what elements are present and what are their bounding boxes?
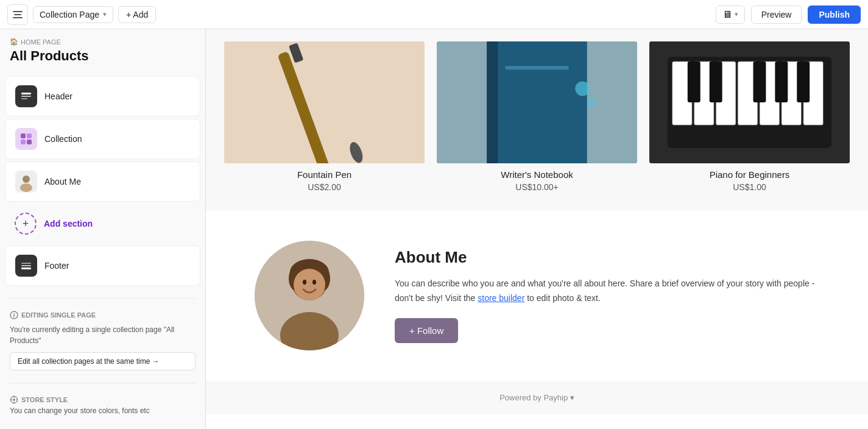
svg-rect-2 bbox=[21, 98, 27, 99]
main-layout: 🏠 HOME PAGE All Products Header bbox=[0, 29, 868, 429]
publish-button[interactable]: Publish bbox=[808, 5, 861, 24]
canvas: Fountain Pen US$2.00 bbox=[206, 29, 868, 429]
products-grid: Fountain Pen US$2.00 bbox=[224, 41, 850, 192]
svg-point-7 bbox=[23, 176, 30, 183]
footer-section: Powered by Payhip ▾ bbox=[206, 381, 868, 414]
powered-by-text: Powered by bbox=[499, 393, 542, 402]
page-name: Collection Page bbox=[40, 10, 99, 20]
about-content: About Me You can describe who you are an… bbox=[395, 248, 819, 343]
svg-rect-16 bbox=[224, 41, 425, 163]
store-style-desc: You can change your store colors, fonts … bbox=[10, 406, 196, 415]
page-selector-chevron: ▾ bbox=[103, 10, 107, 18]
sidebar-divider-1 bbox=[10, 298, 196, 299]
add-section-label: Add section bbox=[44, 219, 93, 229]
breadcrumb-text: HOME PAGE bbox=[21, 38, 61, 46]
about-section: About Me You can describe who you are an… bbox=[206, 210, 868, 381]
editing-info-text: You're currently editing a single collec… bbox=[10, 324, 196, 346]
sidebar: 🏠 HOME PAGE All Products Header bbox=[0, 29, 206, 429]
svg-rect-38 bbox=[775, 62, 788, 102]
svg-rect-35 bbox=[688, 62, 700, 102]
svg-rect-6 bbox=[27, 140, 32, 144]
svg-rect-3 bbox=[21, 133, 26, 138]
product-name-2: Piano for Beginners bbox=[649, 169, 850, 180]
sidebar-item-aboutme[interactable]: About Me bbox=[5, 161, 200, 202]
page-selector[interactable]: Collection Page ▾ bbox=[33, 6, 113, 23]
editing-label: EDITING SINGLE PAGE bbox=[10, 311, 196, 319]
footer-text: Powered by Payhip ▾ bbox=[218, 393, 856, 402]
follow-button[interactable]: + Follow bbox=[395, 318, 458, 343]
about-description: You can describe who you are and what yo… bbox=[395, 277, 819, 306]
product-name-0: Fountain Pen bbox=[224, 169, 425, 180]
svg-point-13 bbox=[13, 313, 15, 314]
header-icon bbox=[15, 85, 37, 107]
sidebar-header: 🏠 HOME PAGE All Products bbox=[0, 29, 205, 69]
follow-label: + Follow bbox=[409, 325, 443, 336]
store-style-label: STORE STYLE bbox=[10, 395, 196, 404]
product-price-0: US$2.00 bbox=[224, 182, 425, 192]
product-image-notebook bbox=[437, 41, 637, 163]
sidebar-item-footer[interactable]: Footer bbox=[5, 246, 200, 286]
sidebar-item-footer-label: Footer bbox=[44, 261, 69, 271]
product-image-piano bbox=[649, 41, 850, 163]
sidebar-divider-2 bbox=[10, 383, 196, 383]
footer-icon bbox=[15, 255, 37, 277]
breadcrumb: 🏠 HOME PAGE bbox=[10, 38, 196, 46]
svg-point-48 bbox=[312, 280, 316, 285]
sidebar-item-header-label: Header bbox=[44, 91, 72, 101]
svg-point-25 bbox=[587, 98, 596, 107]
device-icon: 🖥 bbox=[722, 9, 732, 20]
svg-rect-23 bbox=[505, 66, 569, 69]
about-desc-text2: to edit photo & text. bbox=[524, 293, 601, 303]
sidebar-item-collection-label: Collection bbox=[44, 134, 82, 144]
collection-icon bbox=[15, 128, 37, 150]
footer-chevron: ▾ bbox=[570, 393, 574, 402]
svg-point-15 bbox=[13, 399, 15, 401]
add-button[interactable]: + Add bbox=[118, 6, 156, 23]
product-name-1: Writer's Notebook bbox=[437, 169, 637, 180]
svg-rect-9 bbox=[21, 263, 31, 264]
add-label: + Add bbox=[126, 10, 148, 20]
footer-brand-link[interactable]: Payhip bbox=[543, 393, 570, 402]
sidebar-item-aboutme-label: About Me bbox=[44, 177, 81, 186]
topbar-left: Collection Page ▾ + Add bbox=[7, 4, 156, 25]
topbar: Collection Page ▾ + Add 🖥 ▾ Preview Publ… bbox=[0, 0, 868, 29]
sidebar-item-add-section[interactable]: + Add section bbox=[5, 204, 200, 243]
product-price-2: US$1.00 bbox=[649, 182, 850, 192]
svg-rect-36 bbox=[710, 62, 722, 102]
device-chevron: ▾ bbox=[735, 10, 738, 18]
svg-rect-5 bbox=[21, 140, 26, 144]
topbar-right: 🖥 ▾ Preview Publish bbox=[716, 5, 861, 24]
menu-icon bbox=[13, 11, 23, 18]
svg-point-47 bbox=[303, 280, 306, 285]
product-card-0: Fountain Pen US$2.00 bbox=[224, 41, 425, 192]
svg-rect-11 bbox=[21, 268, 31, 269]
products-section: Fountain Pen US$2.00 bbox=[206, 29, 868, 210]
product-card-2: Piano for Beginners US$1.00 bbox=[649, 41, 850, 192]
svg-point-8 bbox=[20, 183, 32, 192]
sidebar-title: All Products bbox=[10, 48, 196, 64]
aboutme-icon bbox=[15, 171, 37, 193]
svg-rect-1 bbox=[21, 96, 31, 97]
svg-point-46 bbox=[294, 269, 325, 300]
hamburger-button[interactable] bbox=[7, 4, 28, 25]
edit-all-button[interactable]: Edit all collection pages at the same ti… bbox=[10, 352, 196, 370]
preview-button[interactable]: Preview bbox=[751, 5, 802, 24]
svg-rect-10 bbox=[21, 265, 31, 266]
home-icon: 🏠 bbox=[10, 38, 18, 46]
section-list: Header Collection bbox=[0, 69, 205, 293]
editing-info: EDITING SINGLE PAGE You're currently edi… bbox=[0, 303, 205, 378]
sidebar-item-collection[interactable]: Collection bbox=[5, 119, 200, 159]
product-card-1: Writer's Notebook US$10.00+ bbox=[437, 41, 637, 192]
store-style-section: STORE STYLE You can change your store co… bbox=[0, 388, 205, 422]
svg-rect-22 bbox=[487, 41, 498, 163]
device-selector[interactable]: 🖥 ▾ bbox=[716, 5, 745, 24]
store-builder-link[interactable]: store builder bbox=[478, 293, 524, 303]
about-title: About Me bbox=[395, 248, 819, 267]
editing-info-label: EDITING SINGLE PAGE bbox=[21, 311, 96, 319]
svg-rect-21 bbox=[487, 41, 587, 163]
svg-rect-37 bbox=[753, 62, 766, 102]
add-section-icon: + bbox=[15, 213, 37, 235]
svg-rect-4 bbox=[27, 133, 32, 138]
svg-rect-39 bbox=[797, 62, 810, 102]
sidebar-item-header[interactable]: Header bbox=[5, 76, 200, 116]
